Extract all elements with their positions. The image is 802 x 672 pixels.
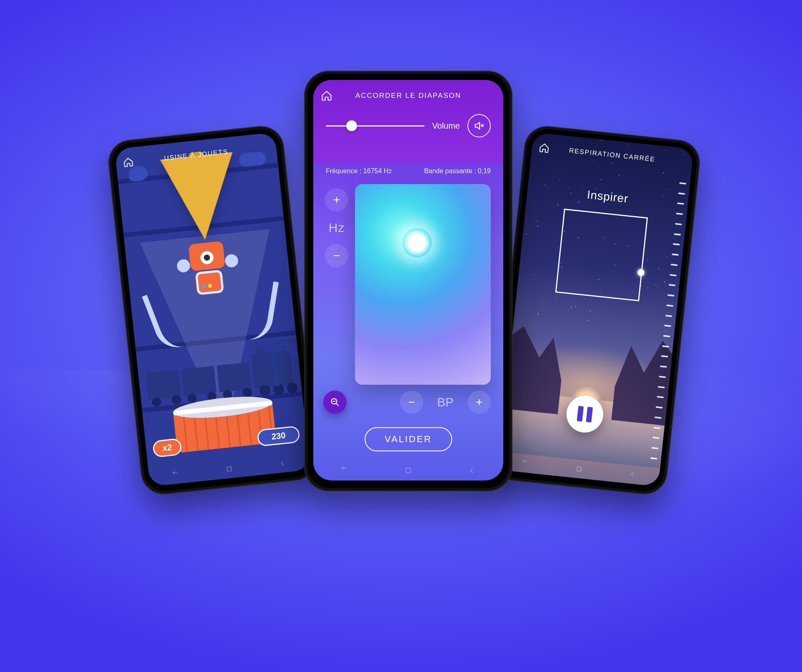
svg-rect-3	[406, 468, 411, 473]
multiplier-badge: x2	[152, 438, 182, 458]
hz-plus-button[interactable]	[325, 188, 348, 212]
mute-button[interactable]	[467, 114, 491, 137]
volume-thumb[interactable]	[346, 120, 357, 131]
bp-plus-button[interactable]	[467, 391, 491, 414]
xy-pad-cursor[interactable]	[402, 228, 432, 257]
phone-diapason: ACCORDER LE DIAPASON Volume Fréquence : …	[304, 71, 512, 491]
phone-respiration: RESPIRATION CARRÉE Inspirer	[490, 124, 702, 496]
page-title: ACCORDER LE DIAPASON	[332, 92, 484, 100]
hz-label: Hz	[329, 221, 345, 235]
phone-usine: USINE À JOUETS	[106, 124, 319, 496]
nav-recent-icon[interactable]	[171, 470, 180, 479]
validate-button[interactable]: VALIDER	[365, 427, 452, 451]
volume-slider[interactable]	[326, 125, 425, 127]
nav-recent-icon[interactable]	[521, 459, 530, 468]
nav-back-icon[interactable]	[467, 466, 476, 475]
robot-toy	[182, 240, 234, 296]
svg-rect-1	[577, 467, 581, 471]
nav-home-icon[interactable]	[225, 464, 234, 473]
xy-pad[interactable]	[355, 184, 491, 385]
hz-minus-button[interactable]	[325, 244, 348, 267]
claw-machine	[144, 233, 277, 345]
bp-label: BP	[431, 395, 460, 409]
frequency-readout: Fréquence : 16754 Hz	[326, 167, 392, 175]
nav-recent-icon[interactable]	[340, 466, 350, 475]
volume-label: Volume	[432, 121, 460, 131]
home-icon[interactable]	[321, 90, 332, 102]
anvil-icon	[155, 419, 173, 437]
screen-diapason: ACCORDER LE DIAPASON Volume Fréquence : …	[313, 80, 503, 480]
home-icon[interactable]	[538, 142, 550, 154]
nav-home-icon[interactable]	[575, 464, 584, 473]
bp-minus-button[interactable]	[400, 391, 423, 414]
nav-back-icon[interactable]	[278, 459, 287, 468]
bandwidth-readout: Bande passante : 0,19	[424, 167, 491, 175]
nav-home-icon[interactable]	[404, 466, 413, 475]
breath-square	[555, 209, 648, 301]
svg-rect-0	[227, 467, 232, 471]
nav-back-icon[interactable]	[628, 470, 637, 479]
zoom-out-button[interactable]	[323, 391, 347, 414]
home-icon[interactable]	[122, 157, 134, 168]
